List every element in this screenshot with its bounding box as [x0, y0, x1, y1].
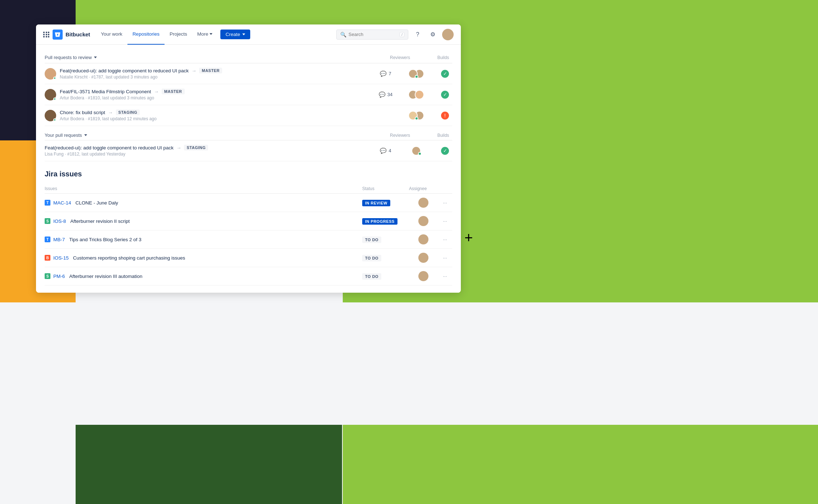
- your-pr-1-meta: Lisa Fung · #1812, last updated Yesterda…: [45, 152, 373, 157]
- issue-1-status-badge: IN REVIEW: [362, 200, 390, 206]
- more-chevron: [210, 33, 212, 35]
- issue-5-key[interactable]: PM-6: [53, 274, 65, 279]
- issue-3-avatar: [418, 234, 428, 244]
- pr-3-avatar: [45, 110, 56, 121]
- pr-1-arrow: →: [192, 68, 197, 73]
- pr-review-chevron[interactable]: [94, 57, 97, 58]
- issue-5-name: Afterburner revision III automation: [69, 274, 142, 279]
- pr-review-row-2: Feat/FIL-3571 Media Filmstrip Component …: [45, 84, 452, 105]
- your-pr-1-build: ✓: [438, 147, 452, 155]
- your-pr-row-1: Feat(reduced-ui): add toggle component t…: [45, 140, 452, 161]
- issue-2-key[interactable]: IOS-8: [53, 219, 66, 224]
- issue-4-actions[interactable]: ···: [438, 255, 452, 261]
- issue-5-actions[interactable]: ···: [438, 273, 452, 279]
- jira-title: Jira issues: [45, 170, 452, 178]
- build-success-2: ✓: [441, 91, 449, 99]
- reviewer-4: [415, 90, 424, 99]
- help-icon: ?: [416, 31, 419, 38]
- create-button[interactable]: Create: [220, 30, 250, 39]
- issue-2-type-icon: S: [45, 218, 50, 224]
- online-status-1: [53, 77, 56, 80]
- issue-4-type-icon: B: [45, 255, 50, 261]
- pr-2-info: Feat/FIL-3571 Media Filmstrip Component …: [60, 89, 373, 100]
- nav-projects[interactable]: Projects: [165, 24, 192, 45]
- online-status-3: [53, 118, 56, 121]
- plus-decorator-6: +: [464, 230, 473, 245]
- your-pr-section-header: Your pull requests: [45, 132, 87, 138]
- content-area: Pull requests to review Reviewers Builds…: [36, 45, 461, 293]
- issue-3-key[interactable]: MB-7: [53, 237, 65, 242]
- pr-review-title: Pull requests to review: [45, 55, 92, 60]
- pr-1-comments: 💬 7: [377, 71, 395, 77]
- issue-2-assignee: [409, 216, 438, 226]
- issue-row-4: B IOS-15 Customers reporting shoping car…: [45, 249, 452, 267]
- build-success-4: ✓: [441, 147, 449, 155]
- issue-1-key[interactable]: MAC-14: [53, 200, 71, 206]
- issue-4-assignee: [409, 253, 438, 263]
- your-pr-title: Your pull requests: [45, 132, 82, 138]
- pr-2-avatar: [45, 89, 56, 100]
- issue-row-5: S PM-6 Afterburner revision III automati…: [45, 267, 452, 285]
- pr-2-build: ✓: [438, 91, 452, 99]
- issue-2-status-col: IN PROGRESS: [362, 219, 409, 224]
- your-pr-1-arrow: →: [176, 145, 181, 150]
- issue-3-actions[interactable]: ···: [438, 237, 452, 242]
- issue-3-id-area: T MB-7 Tips and Tricks Blog Series 2 of …: [45, 237, 362, 242]
- nav-your-work[interactable]: Your work: [96, 24, 127, 45]
- issue-1-assignee: [409, 198, 438, 208]
- pr-review-section-header: Pull requests to review: [45, 55, 97, 60]
- pr-1-title[interactable]: Feat(reduced-ui): add toggle component t…: [60, 68, 189, 73]
- issue-1-actions[interactable]: ···: [438, 200, 452, 206]
- issue-1-status-col: IN REVIEW: [362, 200, 409, 206]
- nav-right: 🔍 / ? ⚙: [336, 29, 454, 40]
- pr-review-row-3: Chore: fix build script → STAGING Artur …: [45, 105, 452, 126]
- your-pr-1-reviewers: [405, 146, 427, 156]
- search-box[interactable]: 🔍 /: [336, 30, 408, 40]
- search-input[interactable]: [349, 32, 397, 37]
- app-grid-icon[interactable]: [43, 32, 50, 37]
- pr-3-reviewers: [405, 111, 427, 120]
- issue-4-id-area: B IOS-15 Customers reporting shoping car…: [45, 255, 362, 261]
- issue-2-status-badge: IN PROGRESS: [362, 218, 397, 225]
- pr-3-title[interactable]: Chore: fix build script: [60, 110, 105, 115]
- your-pr-1-info: Feat(reduced-ui): add toggle component t…: [45, 145, 373, 157]
- approved-badge-1: [415, 75, 418, 78]
- your-pr-1-title[interactable]: Feat(reduced-ui): add toggle component t…: [45, 145, 174, 150]
- pr-2-branch: MASTER: [162, 89, 184, 94]
- comment-icon-2: 💬: [379, 91, 386, 98]
- approved-badge-3: [415, 117, 418, 120]
- settings-button[interactable]: ⚙: [427, 29, 439, 40]
- build-error-3: !: [441, 112, 449, 120]
- nav-repositories[interactable]: Repositories: [127, 24, 165, 45]
- pr-3-arrow: →: [108, 110, 113, 115]
- assignee-col-header: Assignee: [409, 186, 438, 191]
- help-button[interactable]: ?: [412, 29, 423, 40]
- issue-4-name: Customers reporting shoping cart purchas…: [73, 255, 185, 261]
- issue-3-status-col: TO DO: [362, 237, 409, 242]
- issue-4-key[interactable]: IOS-15: [53, 255, 69, 261]
- issue-row-2: S IOS-8 Afterburner revision II script I…: [45, 212, 452, 230]
- reviewers-col-header: Reviewers: [387, 55, 413, 60]
- your-pr-chevron[interactable]: [84, 134, 87, 136]
- issue-5-assignee: [409, 271, 438, 281]
- pr-3-meta: Artur Bodera · #1819, last updated 12 mi…: [60, 116, 373, 121]
- comment-icon-4: 💬: [380, 148, 387, 154]
- issue-2-actions[interactable]: ···: [438, 218, 452, 224]
- pr-2-title[interactable]: Feat/FIL-3571 Media Filmstrip Component: [60, 89, 151, 94]
- comment-icon-1: 💬: [380, 71, 387, 77]
- issue-5-avatar: [418, 271, 428, 281]
- jira-section: Jira issues Issues Status Assignee T MAC…: [45, 170, 452, 285]
- logo-area: Bitbucket: [43, 30, 90, 40]
- issue-row-1: T MAC-14 CLONE - June Daly IN REVIEW ···: [45, 194, 452, 212]
- pr-1-reviewers: [405, 69, 427, 78]
- user-avatar[interactable]: [442, 29, 454, 40]
- create-chevron: [242, 33, 245, 35]
- pr-1-build: ✓: [438, 70, 452, 78]
- issue-1-type-icon: T: [45, 200, 50, 206]
- nav-more[interactable]: More: [192, 24, 218, 45]
- main-window: Bitbucket Your work Repositories Project…: [36, 24, 461, 293]
- issues-table-header: Issues Status Assignee: [45, 184, 452, 194]
- issue-4-status-col: TO DO: [362, 255, 409, 261]
- issue-3-assignee: [409, 234, 438, 244]
- pr-3-right: 💬 0 !: [377, 111, 452, 120]
